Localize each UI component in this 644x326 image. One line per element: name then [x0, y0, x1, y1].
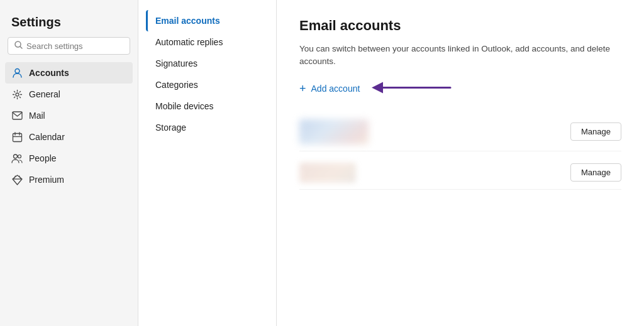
sidebar-title: Settings: [5, 10, 133, 37]
sidebar-item-accounts[interactable]: Accounts: [5, 62, 133, 84]
plus-icon: +: [299, 82, 306, 95]
account-row: Manage: [299, 156, 621, 190]
sidebar-item-people[interactable]: People: [5, 148, 133, 169]
middle-item-storage[interactable]: Storage: [146, 117, 269, 138]
svg-rect-5: [13, 133, 21, 141]
svg-marker-11: [13, 175, 22, 185]
sidebar-item-premium-label: Premium: [29, 175, 64, 185]
person-icon: [11, 67, 23, 79]
middle-item-email-accounts[interactable]: Email accounts: [146, 10, 269, 31]
sidebar-item-mail[interactable]: Mail: [5, 105, 133, 126]
page-description: You can switch between your accounts lin…: [299, 43, 621, 68]
account-avatar-2: [299, 163, 356, 183]
svg-line-1: [20, 46, 22, 48]
page-title: Email accounts: [299, 18, 621, 34]
svg-marker-15: [372, 82, 383, 94]
sidebar-item-accounts-label: Accounts: [29, 68, 69, 78]
account-avatar-1: [299, 119, 369, 144]
sidebar-item-general[interactable]: General: [5, 84, 133, 105]
people-icon: [11, 153, 23, 164]
manage-button-2[interactable]: Manage: [570, 163, 621, 182]
gear-icon: [11, 89, 23, 100]
sidebar-item-calendar[interactable]: Calendar: [5, 126, 133, 148]
svg-point-3: [16, 93, 19, 96]
svg-rect-4: [13, 112, 22, 119]
annotation-arrow: [365, 74, 457, 104]
search-icon: [14, 41, 23, 51]
sidebar-item-mail-label: Mail: [29, 111, 45, 121]
sidebar: Settings Accounts General: [0, 0, 138, 326]
search-box[interactable]: [8, 37, 130, 55]
mail-icon: [11, 110, 23, 121]
calendar-icon: [11, 131, 23, 143]
arrow-svg: [365, 74, 457, 102]
add-account-label: Add account: [311, 84, 360, 94]
diamond-icon: [11, 174, 23, 185]
svg-point-10: [18, 155, 21, 158]
account-row: Manage: [299, 113, 621, 151]
sidebar-item-people-label: People: [29, 153, 57, 163]
sidebar-item-premium[interactable]: Premium: [5, 169, 133, 190]
middle-item-categories[interactable]: Categories: [146, 74, 269, 95]
sidebar-item-calendar-label: Calendar: [29, 132, 65, 142]
middle-item-automatic-replies[interactable]: Automatic replies: [146, 31, 269, 53]
search-input[interactable]: [26, 41, 123, 51]
add-account-row[interactable]: + Add account: [299, 82, 621, 95]
svg-point-9: [14, 155, 18, 158]
manage-button-1[interactable]: Manage: [570, 122, 621, 141]
main-content: Email accounts You can switch between yo…: [277, 0, 644, 326]
middle-panel: Email accounts Automatic replies Signatu…: [138, 0, 277, 326]
svg-point-2: [15, 68, 19, 73]
middle-item-mobile-devices[interactable]: Mobile devices: [146, 95, 269, 117]
sidebar-item-general-label: General: [29, 89, 60, 99]
middle-item-signatures[interactable]: Signatures: [146, 53, 269, 74]
